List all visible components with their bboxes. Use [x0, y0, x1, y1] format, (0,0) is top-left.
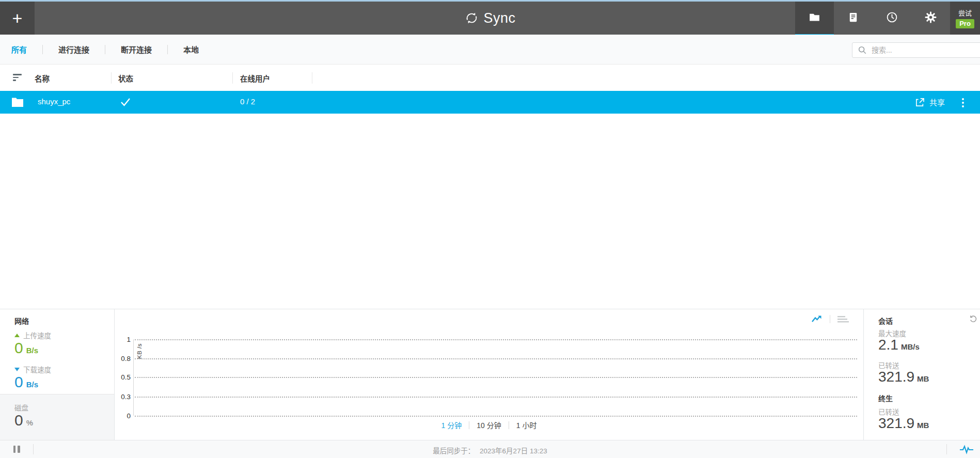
range-separator [509, 421, 509, 429]
last-sync-label: 最后同步于： [433, 447, 475, 455]
chart-view-toggle [811, 314, 849, 324]
range-1-minute[interactable]: 1 分钟 [438, 419, 465, 431]
gridline: 0 [135, 416, 857, 417]
nav-notifications-button[interactable] [834, 2, 873, 35]
upload-arrow-icon [14, 334, 20, 337]
app-title: Sync [483, 10, 515, 26]
tab-disconnected[interactable]: 断开连接 [119, 41, 154, 58]
y-tick: 1 [116, 336, 131, 343]
lifetime-title: 终生 [878, 393, 893, 403]
folder-icon [808, 11, 821, 26]
search-box [852, 42, 980, 58]
statusbar-separator [946, 444, 947, 454]
download-speed-value: 0B/s [14, 373, 38, 391]
online-users-value: 0 / 2 [240, 97, 255, 106]
disk-zone: 磁盘 0% [0, 394, 114, 440]
gear-icon [924, 11, 937, 26]
y-tick: 0.3 [116, 393, 131, 401]
column-separator [232, 72, 233, 84]
pulse-icon[interactable] [959, 445, 974, 454]
column-separator [111, 72, 112, 84]
tab-connecting[interactable]: 进行连接 [56, 41, 91, 58]
range-1-hour[interactable]: 1 小时 [513, 419, 540, 431]
stats-section: 网络 上传速度 0B/s 下载速度 0B/s 磁盘 0% [0, 309, 980, 440]
speed-chart: KB /s 1 0.8 0.5 0.3 0 [133, 339, 857, 416]
lifetime-transferred-value: 321.9MB [878, 415, 929, 432]
nav-settings-button[interactable] [911, 2, 950, 35]
disk-value: 0% [14, 412, 33, 429]
tab-separator [42, 45, 43, 54]
search-input[interactable] [867, 46, 960, 54]
refresh-icon[interactable] [969, 314, 977, 323]
column-separator [312, 72, 312, 84]
y-tick: 0.5 [116, 373, 131, 381]
status-bar: 最后同步于： 2023年6月27日 13:23 [0, 440, 980, 458]
last-sync-status: 最后同步于： 2023年6月27日 13:23 [0, 445, 980, 455]
upload-speed-value: 0B/s [14, 339, 38, 357]
icon-separator [830, 315, 830, 323]
header-nav: 尝试 Pro [795, 2, 980, 35]
header-bar: + Sync [0, 2, 980, 35]
list-view-icon[interactable] [836, 314, 849, 324]
nav-folders-button[interactable] [795, 2, 834, 35]
download-speed-row: 下载速度 [14, 364, 51, 374]
trial-label: 尝试 [958, 8, 972, 18]
tab-separator [105, 45, 105, 54]
add-folder-button[interactable]: + [0, 2, 35, 35]
last-sync-value: 2023年6月27日 13:23 [480, 447, 547, 455]
session-transferred-value: 321.9MB [878, 369, 929, 385]
disk-label: 磁盘 [14, 402, 28, 413]
max-speed-value: 2.1MB/s [878, 337, 920, 353]
chart-range-buttons: 1 分钟 10 分钟 1 小时 [115, 419, 863, 431]
chart-y-axis-label: KB /s [136, 343, 143, 359]
column-header-status: 状态 [118, 73, 133, 84]
range-10-minutes[interactable]: 10 分钟 [473, 419, 504, 431]
column-header-online-users: 在线用户 [240, 73, 270, 84]
upload-speed-label: 上传速度 [23, 330, 51, 340]
clock-icon [886, 11, 898, 26]
tabs: 所有 进行连接 断开连接 本地 [9, 35, 201, 64]
document-icon [847, 11, 859, 25]
table-row-shuyx-pc[interactable]: shuyx_pc 0 / 2 共享 [0, 91, 980, 114]
filter-tab-bar: 所有 进行连接 断开连接 本地 [0, 35, 980, 65]
try-pro-button[interactable]: 尝试 Pro [950, 2, 980, 35]
gridline: 1 [135, 339, 857, 340]
tab-all[interactable]: 所有 [9, 41, 29, 58]
share-icon [914, 97, 925, 107]
check-icon [119, 97, 132, 110]
tab-separator [167, 45, 168, 54]
y-tick: 0.8 [116, 355, 131, 362]
kebab-menu-icon[interactable] [960, 97, 966, 109]
filter-icon[interactable] [13, 74, 22, 81]
download-arrow-icon [14, 368, 20, 371]
folder-icon [11, 97, 24, 110]
upload-speed-row: 上传速度 [14, 330, 51, 340]
line-chart-icon[interactable] [811, 314, 824, 324]
session-panel: 会话 最大速度 2.1MB/s 已转送 321.9MB 终生 已转送 321.9… [863, 309, 980, 440]
download-speed-label: 下载速度 [23, 364, 51, 374]
search-icon [858, 45, 867, 55]
app-logo: Sync [464, 2, 515, 35]
gridline: 0.8 [135, 358, 857, 359]
share-button[interactable]: 共享 [914, 97, 945, 107]
sync-app-window: + Sync [0, 0, 980, 458]
pro-badge: Pro [956, 19, 974, 28]
share-label: 共享 [929, 97, 945, 107]
tab-local[interactable]: 本地 [181, 41, 201, 58]
range-separator [469, 421, 469, 429]
column-header-name: 名称 [35, 73, 50, 84]
speed-chart-panel: KB /s 1 0.8 0.5 0.3 0 1 分钟 10 分钟 1 小时 [115, 309, 863, 440]
network-panel: 网络 上传速度 0B/s 下载速度 0B/s 磁盘 0% [0, 309, 115, 440]
nav-history-button[interactable] [873, 2, 911, 35]
session-panel-title: 会话 [878, 315, 893, 326]
sync-logo-icon [464, 11, 479, 25]
gridline: 0.5 [135, 377, 857, 378]
table-header: 名称 状态 在线用户 [0, 65, 980, 91]
network-panel-title: 网络 [14, 315, 29, 326]
folder-name: shuyx_pc [38, 97, 70, 106]
gridline: 0.3 [135, 397, 857, 398]
